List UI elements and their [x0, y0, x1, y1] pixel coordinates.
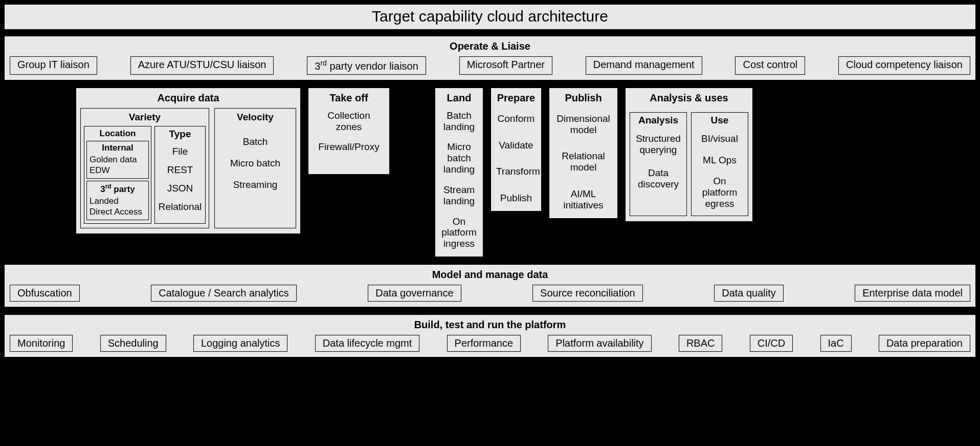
- velocity-box: Velocity Batch Micro batch Streaming: [214, 108, 296, 229]
- type-title: Type: [157, 129, 203, 143]
- takeoff-title: Take off: [313, 91, 385, 108]
- model-title: Model and manage data: [10, 267, 970, 285]
- location-title: Location: [86, 129, 149, 139]
- build-item: CI/CD: [750, 335, 793, 352]
- publish-column: Publish Dimensional model Relational mod…: [549, 88, 618, 219]
- acquire-column: Acquire data Variety Location Internal G…: [76, 88, 301, 235]
- takeoff-item: Firewall/Proxy: [314, 141, 384, 153]
- publish-item: Dimensional model: [554, 113, 612, 136]
- build-title: Build, test and run the platform: [10, 317, 970, 335]
- internal-title: Internal: [90, 143, 146, 153]
- operate-item: Cloud competency liaison: [838, 56, 970, 75]
- land-item: On platform ingress: [440, 216, 478, 250]
- use-sub: Use BI/visual ML Ops On platform egress: [691, 112, 748, 216]
- analysis-title: Analysis & uses: [630, 91, 748, 108]
- takeoff-item: Collection zones: [314, 110, 384, 133]
- analysis-item: Data discovery: [633, 167, 683, 190]
- velocity-item: Micro batch: [219, 158, 292, 169]
- operate-row: Group IT liaison Azure ATU/STU/CSU liais…: [10, 56, 970, 75]
- prepare-item: Publish: [496, 193, 536, 204]
- use-item: BI/visual: [695, 133, 745, 144]
- publish-item: AI/ML initiatives: [554, 188, 612, 211]
- build-item: Data lifecycle mgmt: [315, 335, 420, 352]
- use-sub-title: Use: [694, 115, 746, 129]
- takeoff-column: Take off Collection zones Firewall/Proxy: [308, 88, 390, 175]
- third-party-box: 3rd party Landed Direct Access: [86, 181, 149, 220]
- prepare-item: Transform: [496, 166, 536, 177]
- model-item: Data governance: [368, 285, 461, 302]
- third-party-title: 3rd party: [90, 183, 146, 195]
- model-item: Source reconciliation: [532, 285, 643, 302]
- land-item: Stream landing: [440, 184, 478, 207]
- prepare-column: Prepare Conform Validate Transform Publi…: [491, 88, 542, 211]
- build-item: Scheduling: [100, 335, 166, 352]
- build-item: Logging analytics: [193, 335, 288, 352]
- model-item: Enterprise data model: [855, 285, 970, 302]
- operate-item: Azure ATU/STU/CSU liaison: [130, 56, 274, 75]
- land-title: Land: [439, 91, 479, 108]
- prepare-title: Prepare: [495, 91, 537, 108]
- type-item: JSON: [157, 183, 203, 194]
- build-item: Performance: [447, 335, 521, 352]
- prepare-item: Conform: [496, 113, 536, 124]
- use-item: On platform egress: [695, 176, 745, 209]
- main-title: Target capability cloud architecture: [4, 4, 976, 30]
- variety-box: Variety Location Internal Golden data ED…: [80, 108, 209, 229]
- type-box: Type File REST JSON Relational: [154, 126, 206, 224]
- velocity-title: Velocity: [219, 112, 292, 126]
- analysis-column: Analysis & uses Analysis Structured quer…: [625, 88, 753, 222]
- internal-box: Internal Golden data EDW: [86, 141, 149, 179]
- land-item: Micro batch landing: [440, 141, 478, 175]
- operate-title: Operate & Liaise: [10, 38, 970, 56]
- location-box: Location Internal Golden data EDW 3rd pa…: [84, 126, 151, 224]
- operate-section: Operate & Liaise Group IT liaison Azure …: [4, 36, 976, 80]
- use-item: ML Ops: [695, 155, 745, 166]
- type-item: Relational: [157, 201, 203, 213]
- analysis-item: Structured querying: [633, 133, 683, 156]
- acquire-title: Acquire data: [80, 91, 296, 108]
- type-item: REST: [157, 164, 203, 176]
- build-item: IaC: [820, 335, 852, 352]
- pipeline-row: Acquire data Variety Location Internal G…: [4, 88, 976, 257]
- build-item: Platform availability: [548, 335, 651, 352]
- prepare-item: Validate: [496, 140, 536, 151]
- publish-title: Publish: [553, 91, 613, 108]
- model-item: Data quality: [714, 285, 784, 302]
- variety-title: Variety: [84, 112, 206, 126]
- model-item: Obfuscation: [10, 285, 80, 302]
- velocity-item: Streaming: [219, 179, 292, 190]
- internal-items: Golden data EDW: [90, 153, 146, 176]
- operate-item: Group IT liaison: [10, 56, 97, 75]
- build-item: RBAC: [679, 335, 723, 352]
- operate-item: Microsoft Partner: [459, 56, 552, 75]
- publish-item: Relational model: [554, 151, 612, 173]
- land-column: Land Batch landing Micro batch landing S…: [435, 88, 483, 257]
- velocity-item: Batch: [219, 136, 292, 147]
- analysis-sub-title: Analysis: [632, 115, 684, 129]
- operate-item: 3rd party vendor liaison: [307, 56, 426, 75]
- analysis-sub: Analysis Structured querying Data discov…: [630, 112, 687, 216]
- type-item: File: [157, 146, 203, 157]
- third-party-items: Landed Direct Access: [90, 195, 146, 218]
- operate-item: Demand management: [586, 56, 702, 75]
- build-item: Monitoring: [10, 335, 73, 352]
- land-item: Batch landing: [440, 110, 478, 133]
- build-item: Data preparation: [879, 335, 970, 352]
- model-item: Catalogue / Search analytics: [151, 285, 297, 302]
- model-section: Model and manage data Obfuscation Catalo…: [4, 264, 976, 307]
- operate-item: Cost control: [735, 56, 805, 75]
- build-section: Build, test and run the platform Monitor…: [4, 314, 976, 357]
